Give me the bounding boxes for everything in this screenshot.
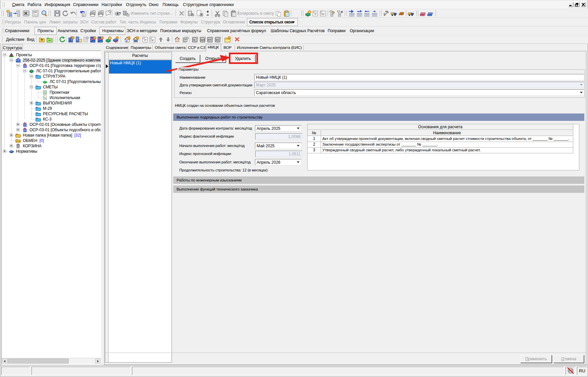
svg-text:%: % (193, 39, 195, 42)
svg-text:ПР: ПР (150, 39, 154, 42)
svg-text:P: P (315, 12, 317, 16)
svg-text:РР: РР (208, 39, 211, 41)
svg-text:М29: М29 (201, 39, 205, 41)
svg-text:x: x (83, 14, 84, 16)
svg-text:ПР: ПР (321, 13, 325, 16)
svg-text:P: P (144, 39, 146, 42)
svg-text:PDF: PDF (33, 11, 37, 13)
svg-text:ФЗ: ФЗ (216, 39, 219, 41)
